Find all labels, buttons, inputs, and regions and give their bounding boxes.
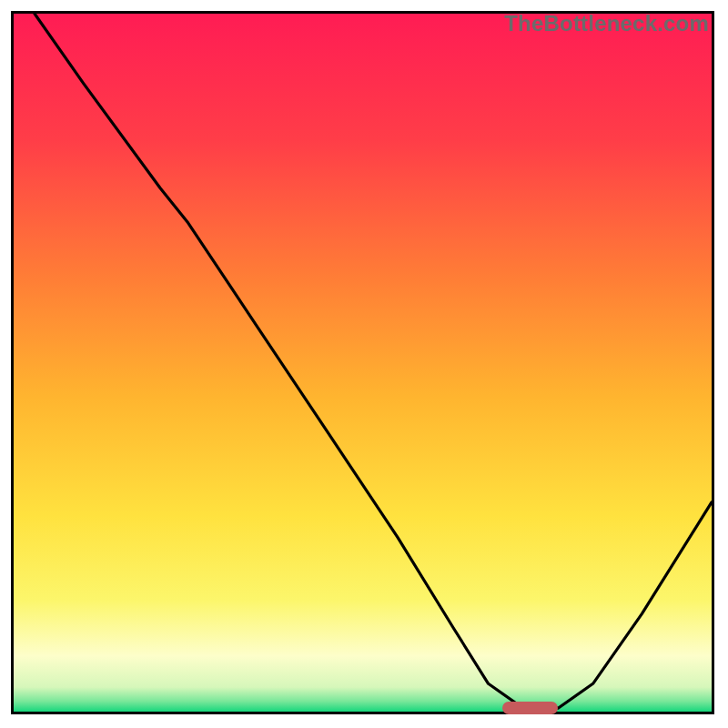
optimal-marker	[502, 702, 558, 714]
bottleneck-curve	[14, 14, 712, 712]
watermark-text: TheBottleneck.com	[504, 11, 709, 36]
chart-frame: TheBottleneck.com	[11, 11, 714, 714]
